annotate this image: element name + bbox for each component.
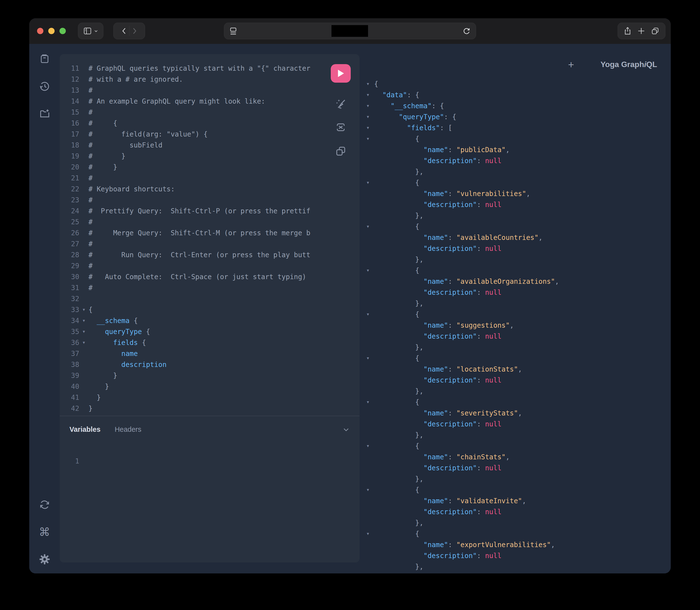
editor-line: 20# } [62, 162, 330, 173]
merge-icon[interactable] [335, 121, 347, 133]
fold-toggle-icon[interactable]: ▼ [367, 133, 374, 144]
query-editor[interactable]: 11# GraphQL queries typically start with… [62, 63, 330, 414]
fold-toggle-icon[interactable]: ▼ [367, 265, 374, 276]
fold-toggle-icon[interactable]: ▼ [79, 326, 88, 337]
line-number: 40 [62, 381, 79, 392]
keyboard-shortcuts-icon[interactable]: ⌘ [39, 526, 50, 538]
sidebar-toggle-button[interactable] [78, 23, 103, 39]
settings-icon[interactable] [39, 553, 50, 565]
line-number: 38 [62, 359, 79, 370]
fold-toggle-icon[interactable]: ▼ [367, 221, 374, 232]
json-text: { [374, 133, 419, 144]
line-number: 27 [62, 238, 79, 250]
json-text: }, [374, 561, 423, 572]
json-text: "fields": [ [374, 123, 452, 133]
json-text: { [374, 177, 419, 188]
json-text: }, [374, 254, 423, 265]
tab-headers[interactable]: Headers [115, 426, 141, 433]
folder-plus-icon[interactable] [39, 108, 50, 119]
line-number: 34 [62, 315, 79, 326]
code-text: # [88, 238, 93, 250]
line-number: 16 [62, 118, 79, 129]
code-text: } [88, 370, 117, 381]
fold-toggle-icon[interactable]: ▼ [367, 309, 374, 320]
line-number: 32 [62, 293, 79, 304]
share-button[interactable] [624, 27, 631, 35]
fold-toggle-icon[interactable]: ▼ [367, 353, 374, 364]
fold-toggle-icon[interactable]: ▼ [367, 100, 374, 111]
editor-line: 24# Prettify Query: Shift-Ctrl-P (or pre… [62, 206, 330, 216]
forward-button[interactable] [132, 27, 138, 35]
new-tab-button[interactable] [638, 27, 645, 35]
history-icon[interactable] [39, 80, 50, 92]
reload-button[interactable] [462, 27, 470, 35]
response-line: ▼ { [367, 265, 559, 276]
editor-line: 14# An example GraphQL query might look … [62, 96, 330, 107]
editor-line: 26# Merge Query: Shift-Ctrl-M (or press … [62, 227, 330, 238]
response-line: ▼ "queryType": { [367, 111, 559, 123]
fold-toggle-icon[interactable]: ▼ [367, 90, 374, 100]
fold-toggle-icon[interactable]: ▼ [367, 177, 374, 188]
editor-line: 21# [62, 173, 330, 183]
response-line: "description": null [367, 463, 559, 473]
fold-toggle-icon[interactable]: ▼ [367, 111, 374, 123]
line-number: 23 [62, 195, 79, 206]
editor-line: 17# field(arg: "value") { [62, 129, 330, 140]
fold-toggle-icon[interactable]: ▼ [367, 79, 374, 90]
json-text: "description": null [374, 550, 502, 561]
response-line: ▼ { [367, 528, 559, 539]
address-bar[interactable] [224, 23, 476, 39]
fold-toggle-icon[interactable]: ▼ [367, 123, 374, 133]
prettify-icon[interactable] [335, 98, 347, 110]
line-number: 37 [62, 348, 79, 359]
line-number: 22 [62, 183, 79, 195]
json-text: "description": null [374, 287, 502, 298]
json-text: "description": null [374, 243, 502, 254]
collapse-chevron-icon[interactable] [342, 426, 350, 433]
json-text: { [374, 484, 419, 495]
json-text: { [374, 79, 378, 90]
editor-line: 11# GraphQL queries typically start with… [62, 63, 330, 74]
window-zoom-button[interactable] [60, 28, 66, 34]
code-text: # { [88, 118, 117, 129]
code-text: # [88, 260, 93, 271]
response-line: "name": "validateInvite", [367, 495, 559, 507]
editor-line: 19# } [62, 151, 330, 162]
editor-line: 37 name [62, 348, 330, 359]
docs-icon[interactable] [39, 53, 50, 65]
response-line: }, [367, 210, 559, 221]
refetch-icon[interactable] [39, 499, 50, 511]
fold-toggle-icon[interactable]: ▼ [79, 304, 88, 315]
fold-toggle-icon[interactable]: ▼ [79, 337, 88, 348]
editor-toolbar [330, 64, 351, 157]
window-minimize-button[interactable] [48, 28, 54, 34]
execute-query-button[interactable] [331, 64, 351, 83]
fold-toggle-icon[interactable]: ▼ [79, 315, 88, 326]
response-line: "description": null [367, 199, 559, 210]
add-tab-button[interactable]: + [565, 59, 577, 71]
reader-icon[interactable] [230, 27, 237, 35]
response-line: ▼ { [367, 221, 559, 232]
json-text: "data": { [374, 90, 419, 100]
json-text: { [374, 309, 419, 320]
code-text: # [88, 282, 93, 293]
json-text: "description": null [374, 375, 502, 386]
copy-icon[interactable] [335, 145, 347, 157]
window-close-button[interactable] [37, 28, 43, 34]
screenshot-root: ⌘ 11# GraphQL qu [0, 0, 700, 610]
code-text: # [88, 173, 93, 183]
code-text: # [88, 107, 93, 118]
json-text: "queryType": { [374, 111, 456, 123]
line-number: 35 [62, 326, 79, 337]
response-line: "name": "suggestions", [367, 320, 559, 331]
fold-toggle-icon[interactable]: ▼ [367, 397, 374, 408]
tab-overview-button[interactable] [651, 27, 659, 35]
fold-toggle-icon[interactable]: ▼ [367, 528, 374, 539]
variables-editor[interactable]: 1 [62, 456, 79, 467]
tab-variables[interactable]: Variables [69, 426, 100, 433]
fold-toggle-icon[interactable]: ▼ [367, 484, 374, 495]
nav-buttons [113, 23, 145, 39]
fold-toggle-icon[interactable]: ▼ [367, 440, 374, 451]
json-text: { [374, 221, 419, 232]
back-button[interactable] [121, 27, 127, 35]
